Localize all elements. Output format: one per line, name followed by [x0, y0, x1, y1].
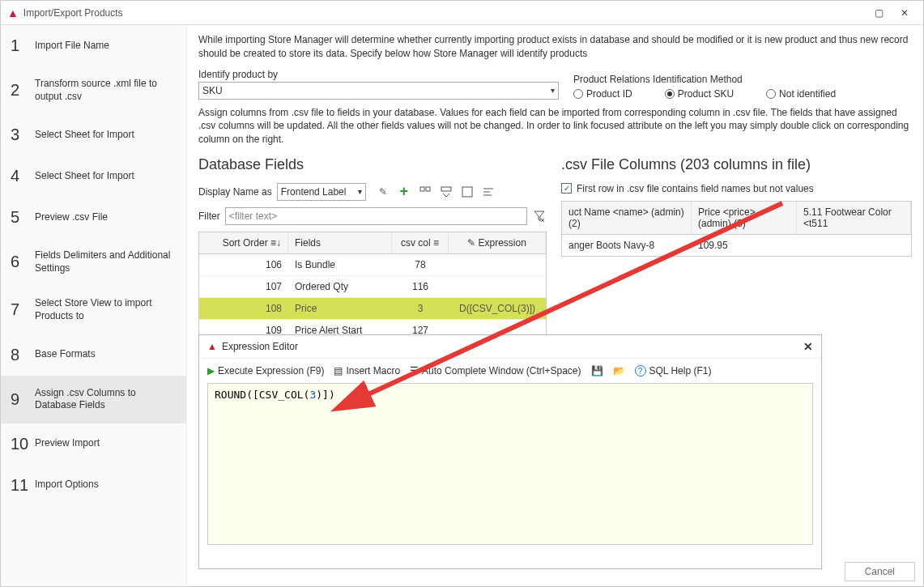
csv-header-3[interactable]: 5.11 Footwear Color <t511: [797, 202, 911, 234]
display-label: Display Name as: [198, 186, 272, 198]
csv-columns-title: .csv File Columns (203 columns in file): [561, 156, 912, 173]
csv-header-2[interactable]: Price <price> (admin) (3): [692, 202, 797, 234]
titlebar: ▲ Import/Export Products ▢ ✕: [1, 1, 923, 25]
tool-icon-1[interactable]: [418, 185, 432, 199]
header-csv[interactable]: csv col ≡: [392, 232, 449, 253]
autocomplete-button[interactable]: ☰Auto Complete Window (Ctrl+Space): [410, 365, 581, 376]
identify-select[interactable]: SKU: [198, 82, 559, 100]
tool-open-icon[interactable]: 📂: [613, 365, 625, 376]
svg-rect-2: [441, 187, 451, 191]
execute-button[interactable]: ▶Execute Expression (F9): [207, 365, 324, 376]
cancel-button[interactable]: Cancel: [845, 562, 915, 581]
assign-text: Assign columns from .csv file to fields …: [198, 106, 912, 147]
help-icon: ?: [635, 365, 646, 376]
close-icon[interactable]: ✕: [899, 7, 910, 19]
table-row[interactable]: 106Is Bundle78: [199, 254, 546, 276]
play-icon: ▶: [207, 365, 215, 376]
wizard-sidebar: 1Import File Name 2Transform source .xml…: [1, 25, 187, 586]
svg-rect-0: [420, 187, 424, 191]
header-fields[interactable]: Fields: [288, 232, 392, 253]
svg-rect-3: [462, 187, 472, 197]
macro-icon: ▤: [334, 365, 343, 376]
window-title: Import/Export Products: [23, 7, 873, 19]
display-select[interactable]: Frontend Label: [277, 183, 366, 201]
maximize-icon[interactable]: ▢: [873, 7, 884, 19]
csv-grid: uct Name <name> (admin) (2) Price <price…: [561, 201, 912, 257]
editor-title: Expression Editor: [222, 341, 803, 352]
step-7[interactable]: 7Select Store View to import Products to: [1, 286, 186, 334]
radio-product-id[interactable]: Product ID: [573, 88, 632, 100]
insert-macro-button[interactable]: ▤Insert Macro: [334, 365, 400, 376]
csv-row[interactable]: anger Boots Navy-8 109.95: [562, 235, 911, 256]
step-6[interactable]: 6Fields Delimiters and Additional Settin…: [1, 238, 186, 286]
expression-editor-panel: ▲ Expression Editor ✕ ▶Execute Expressio…: [198, 334, 822, 569]
step-2[interactable]: 2Transform source .xml file to output .c…: [1, 66, 186, 114]
tool-icon-4[interactable]: [481, 185, 496, 199]
tool-icon-2[interactable]: [439, 185, 453, 199]
identify-label: Identify product by: [198, 69, 559, 80]
app-icon: ▲: [7, 6, 19, 19]
first-row-label: First row in .csv file contains field na…: [577, 183, 814, 194]
filter-input[interactable]: <filter text>: [225, 207, 527, 225]
step-9[interactable]: 9Assign .csv Columns to Database Fields: [1, 376, 186, 423]
table-row[interactable]: 107Ordered Qty116: [199, 276, 546, 298]
editor-app-icon: ▲: [207, 341, 217, 352]
csv-header-1[interactable]: uct Name <name> (admin) (2): [562, 202, 692, 234]
db-fields-title: Database Fields: [198, 156, 547, 173]
step-3[interactable]: 3Select Sheet for Import: [1, 114, 186, 155]
step-10[interactable]: 10Preview Import: [1, 423, 186, 465]
step-11[interactable]: 11Import Options: [1, 465, 186, 506]
step-5[interactable]: 5Preview .csv File: [1, 197, 186, 238]
tool-save-icon[interactable]: 💾: [591, 365, 603, 376]
editor-close-icon[interactable]: ✕: [803, 340, 813, 353]
add-icon[interactable]: +: [397, 185, 411, 199]
first-row-checkbox[interactable]: ✓: [561, 183, 572, 194]
filter-clear-icon[interactable]: [532, 209, 547, 223]
step-8[interactable]: 8Base Formats: [1, 334, 186, 376]
step-4[interactable]: 4Select Sheet for Import: [1, 155, 186, 197]
filter-label: Filter: [198, 211, 220, 222]
header-sort[interactable]: Sort Order ≡↓: [199, 232, 288, 253]
tool-icon-3[interactable]: [460, 185, 475, 199]
relations-label: Product Relations Identification Method: [573, 74, 836, 85]
expression-textarea[interactable]: ROUND([CSV_COL(3)]): [207, 383, 813, 545]
step-1[interactable]: 1Import File Name: [1, 25, 186, 66]
sql-help-button[interactable]: ?SQL Help (F1): [635, 365, 712, 376]
header-expr[interactable]: ✎ Expression: [449, 232, 546, 253]
list-icon: ☰: [410, 365, 419, 376]
intro-text: While importing Store Manager will deter…: [198, 33, 912, 61]
edit-icon[interactable]: ✎: [376, 185, 390, 199]
radio-product-sku[interactable]: Product SKU: [665, 88, 734, 100]
svg-rect-1: [426, 187, 430, 191]
table-row-selected[interactable]: 108Price3D([CSV_COL(3)]): [199, 298, 546, 320]
radio-not-identified[interactable]: Not identified: [766, 88, 836, 100]
